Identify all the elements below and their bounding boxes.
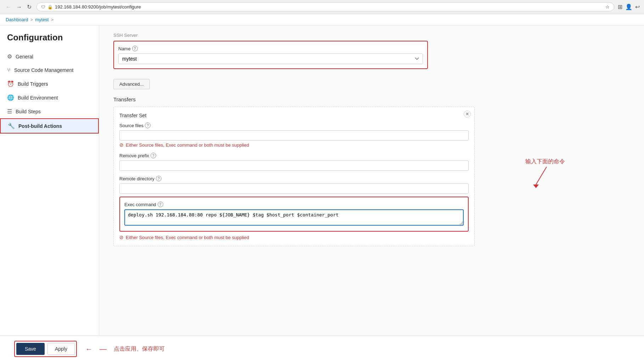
sidebar-label-source-code: Source Code Management bbox=[14, 67, 73, 73]
sidebar-item-build-steps[interactable]: ☰ Build Steps bbox=[0, 104, 99, 118]
bottom-actions-bar: Save Apply ← — 点击应用、保存即可 bbox=[0, 335, 644, 359]
transfer-set-title: Transfer Set bbox=[119, 113, 469, 118]
form-section: SSH Server Name ? mytest Advanced... bbox=[99, 26, 489, 260]
save-apply-annotation: Save Apply ← — 点击应用、保存即可 bbox=[14, 341, 165, 357]
save-button[interactable]: Save bbox=[16, 343, 45, 355]
transfer-set-box: Transfer Set ✕ Source files ? ⊘ Either S… bbox=[113, 107, 475, 246]
remote-directory-label: Remote directory ? bbox=[119, 176, 469, 181]
name-select[interactable]: mytest bbox=[118, 53, 423, 64]
close-transfer-set-button[interactable]: ✕ bbox=[464, 111, 471, 118]
star-icon[interactable]: ☆ bbox=[605, 4, 610, 10]
breadcrumb-sep-2: > bbox=[51, 17, 54, 22]
ssh-server-section-label: SSH Server bbox=[113, 33, 475, 38]
source-files-error: ⊘ Either Source files, Exec command or b… bbox=[119, 142, 469, 148]
remote-directory-help-icon[interactable]: ? bbox=[156, 176, 162, 181]
source-files-input[interactable] bbox=[119, 130, 469, 141]
sidebar: Configuration ⚙ General ⑂ Source Code Ma… bbox=[0, 26, 99, 359]
remove-prefix-input[interactable] bbox=[119, 160, 469, 171]
save-apply-box: Save Apply bbox=[14, 341, 77, 357]
branch-icon: ⑂ bbox=[7, 67, 11, 73]
remote-directory-group: Remote directory ? 输入下面的命令 bbox=[119, 176, 469, 194]
sidebar-label-general: General bbox=[16, 54, 33, 60]
url-bar[interactable]: 🛡 🔒 192.168.184.80:9200/job/mytest/confi… bbox=[36, 2, 614, 11]
remove-prefix-group: Remove prefix ? bbox=[119, 153, 469, 171]
forward-button[interactable]: → bbox=[15, 3, 23, 11]
sidebar-title: Configuration bbox=[0, 33, 99, 50]
exec-error: ⊘ Either Source files, Exec command or b… bbox=[119, 234, 469, 240]
breadcrumb-dashboard[interactable]: Dashboard bbox=[6, 17, 28, 22]
name-help-icon[interactable]: ? bbox=[132, 46, 138, 51]
browser-action-icons[interactable]: ⊞ 👤 ↩ bbox=[618, 4, 640, 10]
sidebar-label-build-environment: Build Environment bbox=[18, 95, 58, 101]
sidebar-label-post-build: Post-build Actions bbox=[18, 123, 62, 129]
name-select-wrapper: mytest bbox=[118, 53, 423, 64]
annotation-command-hint: 输入下面的命令 bbox=[525, 158, 568, 188]
breadcrumb-mytest[interactable]: mytest bbox=[35, 17, 49, 22]
sidebar-item-general[interactable]: ⚙ General bbox=[0, 50, 99, 63]
exec-error-icon: ⊘ bbox=[119, 234, 124, 240]
exec-command-input[interactable]: deploy.sh 192.168.184.80:80 repo ${JOB_N… bbox=[124, 209, 464, 226]
back-button[interactable]: ← bbox=[4, 3, 13, 11]
svg-marker-1 bbox=[533, 185, 539, 188]
exec-command-help-icon[interactable]: ? bbox=[158, 202, 163, 207]
source-files-group: Source files ? ⊘ Either Source files, Ex… bbox=[119, 123, 469, 148]
source-files-help-icon[interactable]: ? bbox=[145, 123, 151, 128]
extensions-icon[interactable]: ⊞ bbox=[618, 4, 622, 10]
name-field-label: Name ? bbox=[118, 46, 423, 51]
sidebar-item-post-build[interactable]: 🔧 Post-build Actions bbox=[0, 118, 99, 134]
wrench-icon: 🔧 bbox=[8, 123, 15, 129]
source-files-label: Source files ? bbox=[119, 123, 469, 128]
apply-button[interactable]: Apply bbox=[47, 343, 75, 355]
lock-icon: 🔒 bbox=[47, 5, 53, 10]
breadcrumb: Dashboard > mytest > bbox=[0, 14, 644, 26]
svg-line-0 bbox=[536, 167, 547, 185]
exec-command-label: Exec command ? bbox=[124, 202, 464, 207]
advanced-btn-wrapper: Advanced... bbox=[113, 75, 475, 96]
left-arrow-icon: ← bbox=[85, 345, 92, 353]
clock-icon: ⏰ bbox=[7, 80, 14, 87]
annotation-arrow-down bbox=[525, 167, 568, 188]
undo-icon[interactable]: ↩ bbox=[635, 4, 640, 10]
annotation-save-text: 点击应用、保存即可 bbox=[114, 345, 165, 353]
scroll-container: SSH Server Name ? mytest Advanced... bbox=[99, 26, 644, 289]
breadcrumb-sep-1: > bbox=[30, 17, 33, 22]
profile-icon[interactable]: 👤 bbox=[625, 4, 632, 10]
nav-buttons[interactable]: ← → ↻ bbox=[4, 3, 33, 11]
transfers-label: Transfers bbox=[113, 96, 475, 102]
remove-prefix-help-icon[interactable]: ? bbox=[151, 153, 156, 158]
exec-command-box: Exec command ? deploy.sh 192.168.184.80:… bbox=[119, 197, 469, 232]
main-layout: Configuration ⚙ General ⑂ Source Code Ma… bbox=[0, 26, 644, 359]
gear-icon: ⚙ bbox=[7, 53, 12, 60]
globe-icon: 🌐 bbox=[7, 94, 14, 101]
url-text: 192.168.184.80:9200/job/mytest/configure bbox=[55, 4, 603, 10]
sidebar-item-build-triggers[interactable]: ⏰ Build Triggers bbox=[0, 77, 99, 91]
list-icon: ☰ bbox=[7, 108, 12, 115]
source-files-error-icon: ⊘ bbox=[119, 142, 124, 148]
sidebar-item-source-code[interactable]: ⑂ Source Code Management bbox=[0, 63, 99, 77]
security-icon: 🛡 bbox=[41, 5, 45, 10]
remove-prefix-label: Remove prefix ? bbox=[119, 153, 469, 158]
sidebar-label-build-triggers: Build Triggers bbox=[18, 81, 48, 87]
refresh-button[interactable]: ↻ bbox=[26, 3, 33, 11]
advanced-button[interactable]: Advanced... bbox=[113, 79, 150, 89]
sidebar-label-build-steps: Build Steps bbox=[16, 109, 41, 114]
content-area: SSH Server Name ? mytest Advanced... bbox=[99, 26, 644, 359]
ssh-server-name-box: Name ? mytest bbox=[113, 41, 428, 69]
browser-bar: ← → ↻ 🛡 🔒 192.168.184.80:9200/job/mytest… bbox=[0, 0, 644, 14]
sidebar-item-build-environment[interactable]: 🌐 Build Environment bbox=[0, 91, 99, 104]
dash-line: — bbox=[100, 345, 107, 353]
remote-directory-input[interactable] bbox=[119, 183, 469, 194]
